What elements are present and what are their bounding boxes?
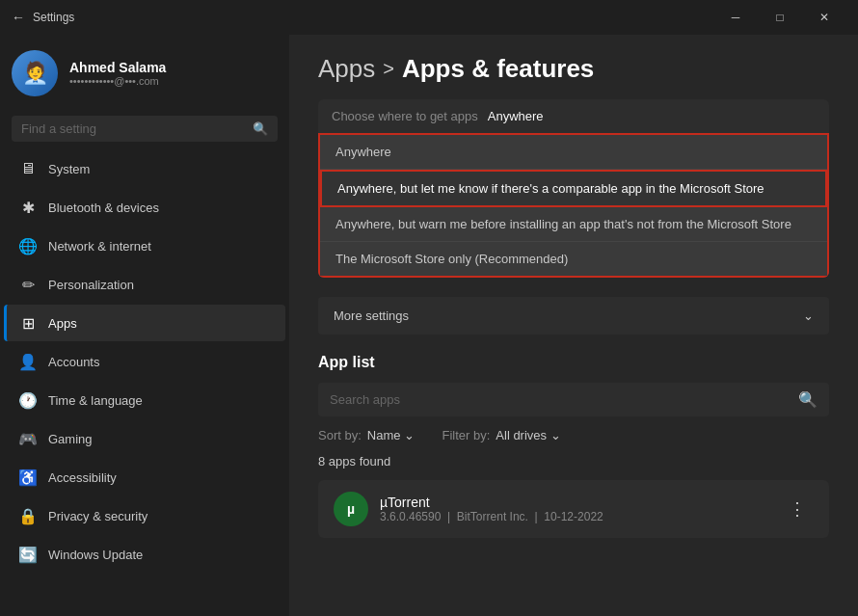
nav-item-network[interactable]: 🌐 Network & internet [4, 228, 285, 264]
filter-chevron-icon: ⌄ [550, 428, 561, 442]
dropdown-header[interactable]: Choose where to get apps Anywhere [318, 99, 829, 133]
breadcrumb-separator: > [383, 58, 394, 80]
user-name: Ahmed Salama [69, 60, 166, 75]
avatar: 🧑‍💼 [12, 50, 58, 96]
sort-chevron-icon: ⌄ [404, 428, 415, 442]
privacy-icon: 🔒 [19, 507, 37, 524]
content-area: Apps > Apps & features Choose where to g… [289, 35, 858, 616]
dropdown-option-anywhere-notify[interactable]: Anywhere, but let me know if there's a c… [320, 170, 827, 207]
app-info-utorrent: µTorrent 3.6.0.46590 | BitTorrent Inc. |… [380, 495, 603, 523]
sidebar-search-input[interactable] [21, 121, 245, 136]
accounts-icon: 👤 [19, 353, 37, 370]
sidebar: 🧑‍💼 Ahmed Salama ••••••••••••@•••.com 🔍 … [0, 35, 289, 616]
app-details-utorrent: 3.6.0.46590 | BitTorrent Inc. | 10-12-20… [380, 510, 603, 523]
nav-item-accounts[interactable]: 👤 Accounts [4, 343, 285, 380]
sort-value[interactable]: Name ⌄ [367, 428, 416, 442]
dropdown-selected-value: Anywhere [488, 109, 544, 123]
search-apps-box[interactable]: 🔍 [318, 383, 829, 416]
app-list-section: App list 🔍 Sort by: Name ⌄ Filter by: Al… [318, 354, 829, 538]
back-icon[interactable]: ← [12, 10, 25, 25]
more-settings-label: More settings [334, 308, 409, 323]
app-icon-utorrent: µ [334, 492, 368, 526]
title-bar: ← Settings ─ □ ✕ [0, 0, 858, 35]
search-icon: 🔍 [253, 121, 268, 136]
network-icon: 🌐 [19, 237, 37, 254]
time-icon: 🕐 [19, 391, 37, 409]
nav-item-personalization[interactable]: ✏ Personalization [4, 266, 285, 303]
breadcrumb-parent[interactable]: Apps [318, 54, 375, 84]
minimize-button[interactable]: ─ [713, 4, 758, 31]
filter-row: Sort by: Name ⌄ Filter by: All drives ⌄ [318, 428, 829, 442]
title-bar-controls: ─ □ ✕ [713, 4, 846, 31]
search-apps-icon: 🔍 [798, 390, 818, 409]
system-icon: 🖥 [19, 160, 37, 177]
nav-item-privacy[interactable]: 🔒 Privacy & security [4, 497, 285, 534]
dropdown-option-store-only[interactable]: The Microsoft Store only (Recommended) [320, 242, 827, 276]
breadcrumb-current: Apps & features [402, 54, 594, 84]
more-settings-row[interactable]: More settings ⌄ [318, 297, 829, 335]
dropdown-option-anywhere[interactable]: Anywhere [320, 135, 827, 170]
nav-item-update[interactable]: 🔄 Windows Update [4, 536, 285, 573]
accessibility-icon: ♿ [19, 469, 37, 486]
bluetooth-icon: ✱ [19, 199, 37, 216]
breadcrumb: Apps > Apps & features [318, 54, 829, 84]
user-info: Ahmed Salama ••••••••••••@•••.com [69, 60, 166, 87]
nav-item-system[interactable]: 🖥 System [4, 150, 285, 187]
user-section: 🧑‍💼 Ahmed Salama ••••••••••••@•••.com [0, 35, 289, 112]
sort-label: Sort by: [318, 428, 362, 442]
choose-apps-section: Choose where to get apps Anywhere Anywhe… [318, 99, 829, 278]
sidebar-search-box[interactable]: 🔍 [12, 116, 278, 142]
title-bar-left: ← Settings [12, 10, 74, 25]
main-container: 🧑‍💼 Ahmed Salama ••••••••••••@•••.com 🔍 … [0, 35, 858, 616]
app-item-left: µ µTorrent 3.6.0.46590 | BitTorrent Inc.… [334, 492, 603, 526]
nav-item-time[interactable]: 🕐 Time & language [4, 382, 285, 418]
dropdown-option-anywhere-warn[interactable]: Anywhere, but warn me before installing … [320, 207, 827, 242]
apps-icon: ⊞ [19, 314, 37, 332]
search-apps-input[interactable] [330, 392, 791, 407]
app-name-utorrent: µTorrent [380, 495, 603, 510]
app-menu-button-utorrent[interactable]: ⋮ [781, 495, 814, 523]
nav-item-bluetooth[interactable]: ✱ Bluetooth & devices [4, 189, 285, 226]
dropdown-label: Choose where to get apps [332, 109, 478, 123]
personalization-icon: ✏ [19, 276, 37, 293]
update-icon: 🔄 [19, 546, 37, 563]
chevron-down-icon: ⌄ [803, 308, 814, 323]
apps-count: 8 apps found [318, 454, 829, 469]
nav-item-apps[interactable]: ⊞ Apps [4, 305, 285, 341]
title-bar-title: Settings [33, 11, 74, 24]
maximize-button[interactable]: □ [758, 4, 802, 31]
app-item-utorrent: µ µTorrent 3.6.0.46590 | BitTorrent Inc.… [318, 480, 829, 538]
filter-value[interactable]: All drives ⌄ [496, 428, 561, 442]
dropdown-list: Anywhere Anywhere, but let me know if th… [318, 133, 829, 278]
filter-label: Filter by: [442, 428, 490, 442]
gaming-icon: 🎮 [19, 430, 37, 447]
nav-item-accessibility[interactable]: ♿ Accessibility [4, 459, 285, 495]
app-list-title: App list [318, 354, 829, 371]
user-email: ••••••••••••@•••.com [69, 75, 166, 87]
nav-item-gaming[interactable]: 🎮 Gaming [4, 420, 285, 457]
close-button[interactable]: ✕ [802, 4, 846, 31]
